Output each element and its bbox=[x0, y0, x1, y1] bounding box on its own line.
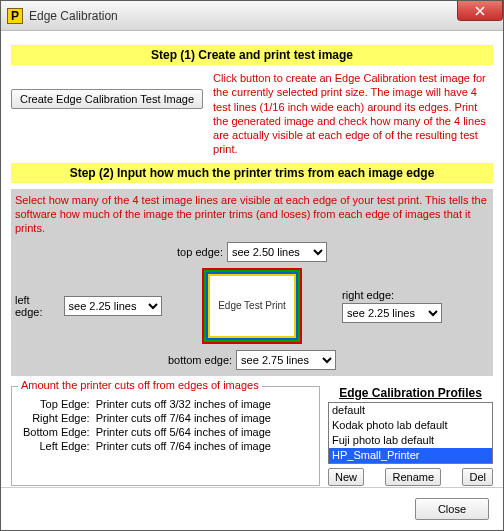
table-row: Left Edge:Printer cuts off 7/64 inches o… bbox=[20, 439, 274, 453]
list-item[interactable]: Fuji photo lab default bbox=[329, 433, 492, 448]
step2-instructions: Select how many of the 4 test image line… bbox=[15, 193, 489, 236]
step1-instructions: Click button to create an Edge Calibrati… bbox=[213, 71, 493, 157]
profile-delete-button[interactable]: Del bbox=[462, 468, 493, 486]
table-row: Right Edge:Printer cuts off 7/64 inches … bbox=[20, 411, 274, 425]
edge-calibration-window: P Edge Calibration Step (1) Create and p… bbox=[0, 0, 504, 531]
content-area: Step (1) Create and print test image Cre… bbox=[1, 31, 503, 494]
top-edge-label: top edge: bbox=[177, 246, 223, 258]
profiles-panel: Edge Calibration Profiles default Kodak … bbox=[328, 386, 493, 486]
step1-header: Step (1) Create and print test image bbox=[11, 45, 493, 65]
list-item[interactable]: HP_Small_Printer bbox=[329, 448, 492, 463]
footer: Close bbox=[1, 487, 503, 530]
table-row: Top Edge:Printer cuts off 3/32 inches of… bbox=[20, 397, 274, 411]
edge-test-print-preview: Edge Test Print bbox=[202, 268, 302, 344]
close-button[interactable]: Close bbox=[415, 498, 489, 520]
bottom-edge-label: bottom edge: bbox=[168, 354, 232, 366]
left-edge-select[interactable]: see 2.25 lines bbox=[64, 296, 162, 316]
app-icon: P bbox=[7, 8, 23, 24]
close-icon bbox=[475, 6, 485, 16]
cuts-fieldset: Amount the printer cuts off from edges o… bbox=[11, 386, 320, 486]
create-test-image-button[interactable]: Create Edge Calibration Test Image bbox=[11, 89, 203, 109]
window-title: Edge Calibration bbox=[29, 9, 118, 23]
step2-box: Select how many of the 4 test image line… bbox=[11, 189, 493, 376]
right-edge-select[interactable]: see 2.25 lines bbox=[342, 303, 442, 323]
top-edge-select[interactable]: see 2.50 lines bbox=[227, 242, 327, 262]
list-item[interactable]: default bbox=[329, 403, 492, 418]
profiles-title: Edge Calibration Profiles bbox=[328, 386, 493, 400]
cuts-table: Top Edge:Printer cuts off 3/32 inches of… bbox=[20, 397, 274, 453]
list-item[interactable]: Kodak photo lab default bbox=[329, 418, 492, 433]
cuts-legend: Amount the printer cuts off from edges o… bbox=[18, 379, 262, 391]
table-row: Bottom Edge:Printer cuts off 5/64 inches… bbox=[20, 425, 274, 439]
right-edge-label: right edge: bbox=[342, 289, 394, 301]
profile-new-button[interactable]: New bbox=[328, 468, 364, 486]
profiles-list[interactable]: default Kodak photo lab default Fuji pho… bbox=[328, 402, 493, 464]
edge-test-print-label: Edge Test Print bbox=[210, 276, 294, 336]
profile-rename-button[interactable]: Rename bbox=[385, 468, 441, 486]
window-close-button[interactable] bbox=[457, 1, 503, 21]
left-edge-label: left edge: bbox=[15, 294, 60, 318]
titlebar: P Edge Calibration bbox=[1, 1, 503, 31]
step2-header: Step (2) Input how much the printer trim… bbox=[11, 163, 493, 183]
bottom-edge-select[interactable]: see 2.75 lines bbox=[236, 350, 336, 370]
